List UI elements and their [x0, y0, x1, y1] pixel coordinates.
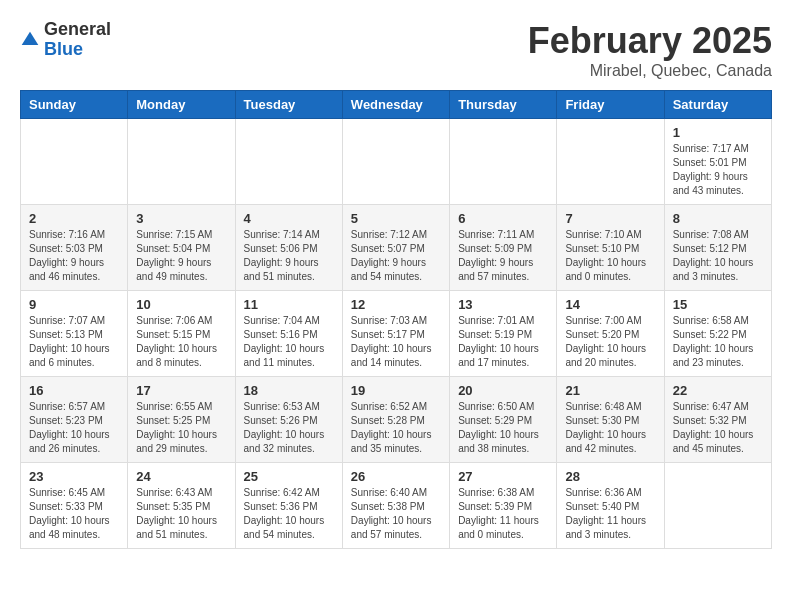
day-info: Sunrise: 6:52 AM Sunset: 5:28 PM Dayligh… — [351, 400, 441, 456]
day-number: 7 — [565, 211, 655, 226]
day-info: Sunrise: 7:03 AM Sunset: 5:17 PM Dayligh… — [351, 314, 441, 370]
day-info: Sunrise: 7:11 AM Sunset: 5:09 PM Dayligh… — [458, 228, 548, 284]
calendar-table: SundayMondayTuesdayWednesdayThursdayFrid… — [20, 90, 772, 549]
title-block: February 2025 Mirabel, Quebec, Canada — [528, 20, 772, 80]
day-info: Sunrise: 7:10 AM Sunset: 5:10 PM Dayligh… — [565, 228, 655, 284]
day-cell: 3Sunrise: 7:15 AM Sunset: 5:04 PM Daylig… — [128, 205, 235, 291]
day-number: 21 — [565, 383, 655, 398]
svg-marker-0 — [22, 31, 39, 44]
day-info: Sunrise: 6:42 AM Sunset: 5:36 PM Dayligh… — [244, 486, 334, 542]
day-number: 13 — [458, 297, 548, 312]
day-number: 10 — [136, 297, 226, 312]
day-cell: 26Sunrise: 6:40 AM Sunset: 5:38 PM Dayli… — [342, 463, 449, 549]
day-info: Sunrise: 7:06 AM Sunset: 5:15 PM Dayligh… — [136, 314, 226, 370]
weekday-header-tuesday: Tuesday — [235, 91, 342, 119]
day-cell: 27Sunrise: 6:38 AM Sunset: 5:39 PM Dayli… — [450, 463, 557, 549]
weekday-header-friday: Friday — [557, 91, 664, 119]
day-number: 24 — [136, 469, 226, 484]
day-number: 17 — [136, 383, 226, 398]
day-number: 27 — [458, 469, 548, 484]
day-info: Sunrise: 7:17 AM Sunset: 5:01 PM Dayligh… — [673, 142, 763, 198]
day-number: 15 — [673, 297, 763, 312]
day-info: Sunrise: 6:53 AM Sunset: 5:26 PM Dayligh… — [244, 400, 334, 456]
day-info: Sunrise: 6:45 AM Sunset: 5:33 PM Dayligh… — [29, 486, 119, 542]
day-cell — [557, 119, 664, 205]
week-row-0: 1Sunrise: 7:17 AM Sunset: 5:01 PM Daylig… — [21, 119, 772, 205]
day-number: 20 — [458, 383, 548, 398]
day-cell: 22Sunrise: 6:47 AM Sunset: 5:32 PM Dayli… — [664, 377, 771, 463]
logo: General Blue — [20, 20, 111, 60]
day-number: 11 — [244, 297, 334, 312]
day-cell: 19Sunrise: 6:52 AM Sunset: 5:28 PM Dayli… — [342, 377, 449, 463]
day-number: 22 — [673, 383, 763, 398]
day-info: Sunrise: 6:55 AM Sunset: 5:25 PM Dayligh… — [136, 400, 226, 456]
day-number: 9 — [29, 297, 119, 312]
day-cell: 21Sunrise: 6:48 AM Sunset: 5:30 PM Dayli… — [557, 377, 664, 463]
day-number: 18 — [244, 383, 334, 398]
day-info: Sunrise: 6:40 AM Sunset: 5:38 PM Dayligh… — [351, 486, 441, 542]
day-info: Sunrise: 7:07 AM Sunset: 5:13 PM Dayligh… — [29, 314, 119, 370]
week-row-4: 23Sunrise: 6:45 AM Sunset: 5:33 PM Dayli… — [21, 463, 772, 549]
day-info: Sunrise: 6:58 AM Sunset: 5:22 PM Dayligh… — [673, 314, 763, 370]
day-cell: 2Sunrise: 7:16 AM Sunset: 5:03 PM Daylig… — [21, 205, 128, 291]
day-number: 1 — [673, 125, 763, 140]
day-info: Sunrise: 6:50 AM Sunset: 5:29 PM Dayligh… — [458, 400, 548, 456]
day-info: Sunrise: 7:08 AM Sunset: 5:12 PM Dayligh… — [673, 228, 763, 284]
weekday-header-wednesday: Wednesday — [342, 91, 449, 119]
day-info: Sunrise: 7:15 AM Sunset: 5:04 PM Dayligh… — [136, 228, 226, 284]
day-cell: 11Sunrise: 7:04 AM Sunset: 5:16 PM Dayli… — [235, 291, 342, 377]
day-cell: 5Sunrise: 7:12 AM Sunset: 5:07 PM Daylig… — [342, 205, 449, 291]
week-row-2: 9Sunrise: 7:07 AM Sunset: 5:13 PM Daylig… — [21, 291, 772, 377]
day-cell — [342, 119, 449, 205]
day-cell: 12Sunrise: 7:03 AM Sunset: 5:17 PM Dayli… — [342, 291, 449, 377]
day-number: 16 — [29, 383, 119, 398]
day-number: 8 — [673, 211, 763, 226]
day-cell: 1Sunrise: 7:17 AM Sunset: 5:01 PM Daylig… — [664, 119, 771, 205]
day-info: Sunrise: 7:04 AM Sunset: 5:16 PM Dayligh… — [244, 314, 334, 370]
day-number: 3 — [136, 211, 226, 226]
day-info: Sunrise: 6:38 AM Sunset: 5:39 PM Dayligh… — [458, 486, 548, 542]
day-cell: 16Sunrise: 6:57 AM Sunset: 5:23 PM Dayli… — [21, 377, 128, 463]
day-cell — [664, 463, 771, 549]
logo-text: General Blue — [44, 20, 111, 60]
day-cell: 20Sunrise: 6:50 AM Sunset: 5:29 PM Dayli… — [450, 377, 557, 463]
weekday-header-saturday: Saturday — [664, 91, 771, 119]
day-cell: 14Sunrise: 7:00 AM Sunset: 5:20 PM Dayli… — [557, 291, 664, 377]
day-number: 19 — [351, 383, 441, 398]
day-cell: 10Sunrise: 7:06 AM Sunset: 5:15 PM Dayli… — [128, 291, 235, 377]
day-cell: 23Sunrise: 6:45 AM Sunset: 5:33 PM Dayli… — [21, 463, 128, 549]
day-cell: 7Sunrise: 7:10 AM Sunset: 5:10 PM Daylig… — [557, 205, 664, 291]
day-number: 25 — [244, 469, 334, 484]
weekday-header-row: SundayMondayTuesdayWednesdayThursdayFrid… — [21, 91, 772, 119]
day-cell: 24Sunrise: 6:43 AM Sunset: 5:35 PM Dayli… — [128, 463, 235, 549]
day-cell — [21, 119, 128, 205]
day-cell: 6Sunrise: 7:11 AM Sunset: 5:09 PM Daylig… — [450, 205, 557, 291]
day-cell — [128, 119, 235, 205]
weekday-header-sunday: Sunday — [21, 91, 128, 119]
day-info: Sunrise: 6:48 AM Sunset: 5:30 PM Dayligh… — [565, 400, 655, 456]
day-number: 12 — [351, 297, 441, 312]
day-info: Sunrise: 7:16 AM Sunset: 5:03 PM Dayligh… — [29, 228, 119, 284]
day-cell: 28Sunrise: 6:36 AM Sunset: 5:40 PM Dayli… — [557, 463, 664, 549]
day-info: Sunrise: 6:57 AM Sunset: 5:23 PM Dayligh… — [29, 400, 119, 456]
day-cell: 8Sunrise: 7:08 AM Sunset: 5:12 PM Daylig… — [664, 205, 771, 291]
day-info: Sunrise: 6:47 AM Sunset: 5:32 PM Dayligh… — [673, 400, 763, 456]
day-number: 23 — [29, 469, 119, 484]
day-info: Sunrise: 7:12 AM Sunset: 5:07 PM Dayligh… — [351, 228, 441, 284]
week-row-3: 16Sunrise: 6:57 AM Sunset: 5:23 PM Dayli… — [21, 377, 772, 463]
day-cell: 13Sunrise: 7:01 AM Sunset: 5:19 PM Dayli… — [450, 291, 557, 377]
weekday-header-thursday: Thursday — [450, 91, 557, 119]
day-cell: 18Sunrise: 6:53 AM Sunset: 5:26 PM Dayli… — [235, 377, 342, 463]
day-info: Sunrise: 7:14 AM Sunset: 5:06 PM Dayligh… — [244, 228, 334, 284]
day-cell: 17Sunrise: 6:55 AM Sunset: 5:25 PM Dayli… — [128, 377, 235, 463]
day-info: Sunrise: 6:43 AM Sunset: 5:35 PM Dayligh… — [136, 486, 226, 542]
logo-blue: Blue — [44, 39, 83, 59]
day-cell — [450, 119, 557, 205]
logo-general: General — [44, 19, 111, 39]
day-number: 2 — [29, 211, 119, 226]
day-cell: 15Sunrise: 6:58 AM Sunset: 5:22 PM Dayli… — [664, 291, 771, 377]
day-cell: 4Sunrise: 7:14 AM Sunset: 5:06 PM Daylig… — [235, 205, 342, 291]
weekday-header-monday: Monday — [128, 91, 235, 119]
week-row-1: 2Sunrise: 7:16 AM Sunset: 5:03 PM Daylig… — [21, 205, 772, 291]
day-number: 5 — [351, 211, 441, 226]
